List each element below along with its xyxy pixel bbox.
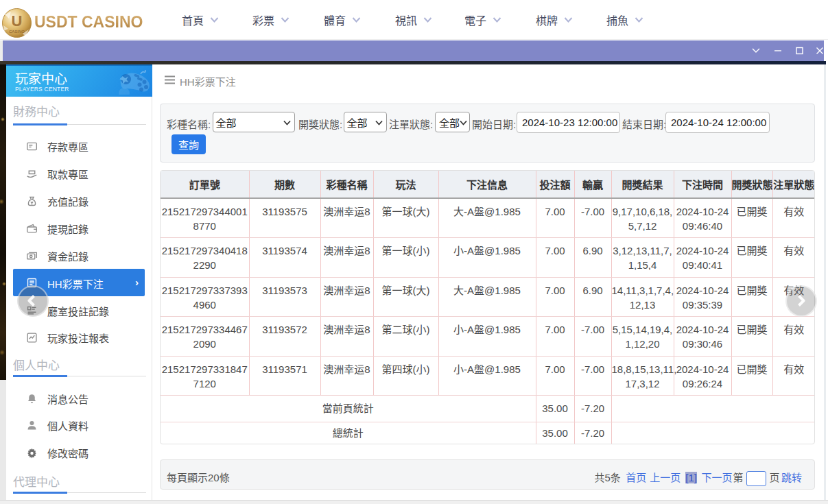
svg-text:U: U (12, 12, 23, 29)
svg-text:CASINO: CASINO (9, 29, 25, 34)
